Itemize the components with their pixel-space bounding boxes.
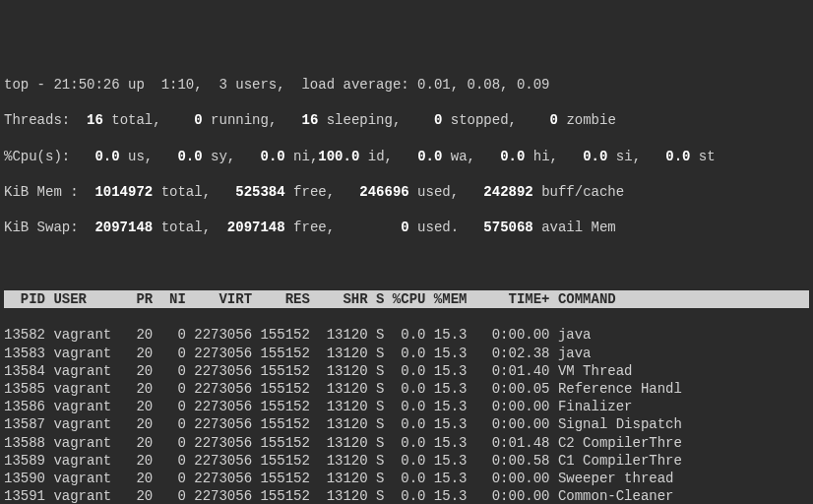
process-row[interactable]: 13589 vagrant 20 0 2273056 155152 13120 … — [4, 452, 809, 470]
process-row[interactable]: 13584 vagrant 20 0 2273056 155152 13120 … — [4, 362, 809, 380]
summary-line-cpu: %Cpu(s): 0.0 us, 0.0 sy, 0.0 ni,100.0 id… — [4, 148, 809, 165]
process-row[interactable]: 13586 vagrant 20 0 2273056 155152 13120 … — [4, 398, 809, 415]
summary-line-mem: KiB Mem : 1014972 total, 525384 free, 24… — [4, 183, 809, 201]
process-row[interactable]: 13588 vagrant 20 0 2273056 155152 13120 … — [4, 434, 809, 452]
process-row[interactable]: 13590 vagrant 20 0 2273056 155152 13120 … — [4, 470, 809, 487]
process-row[interactable]: 13591 vagrant 20 0 2273056 155152 13120 … — [4, 487, 809, 504]
process-row[interactable]: 13585 vagrant 20 0 2273056 155152 13120 … — [4, 380, 809, 398]
column-headers[interactable]: PID USER PR NI VIRT RES SHR S %CPU %MEM … — [4, 290, 809, 308]
summary-line-threads: Threads: 16 total, 0 running, 16 sleepin… — [4, 111, 809, 129]
summary-line-1: top - 21:50:26 up 1:10, 3 users, load av… — [4, 76, 809, 94]
summary-line-swap: KiB Swap: 2097148 total, 2097148 free, 0… — [4, 219, 809, 236]
process-row[interactable]: 13582 vagrant 20 0 2273056 155152 13120 … — [4, 326, 809, 344]
blank-line — [4, 255, 809, 273]
process-list[interactable]: 13582 vagrant 20 0 2273056 155152 13120 … — [4, 326, 809, 504]
process-row[interactable]: 13587 vagrant 20 0 2273056 155152 13120 … — [4, 415, 809, 433]
process-row[interactable]: 13583 vagrant 20 0 2273056 155152 13120 … — [4, 345, 809, 362]
